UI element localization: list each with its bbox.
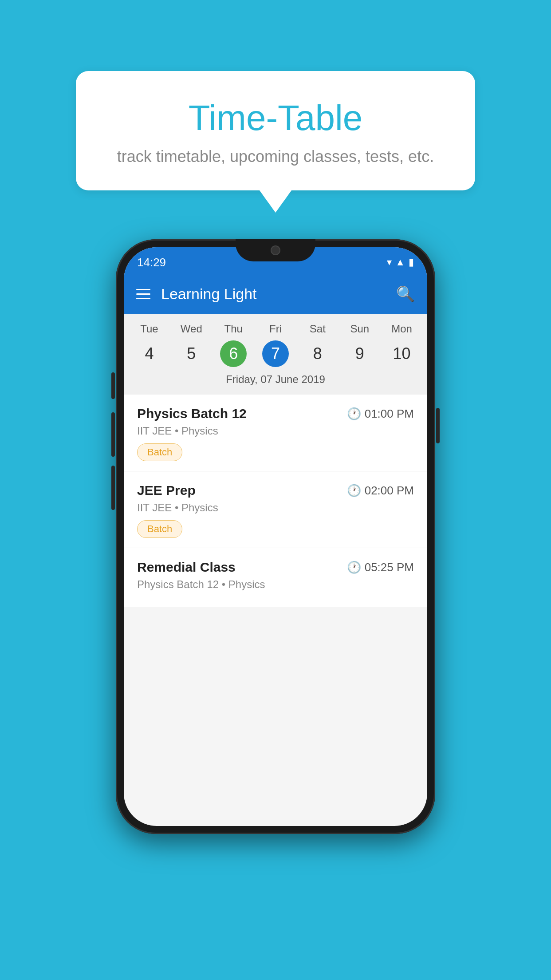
schedule-meta: IIT JEE • Physics xyxy=(137,425,414,437)
tooltip-arrow xyxy=(260,190,291,213)
day-col[interactable]: Mon10 xyxy=(381,323,423,367)
search-icon[interactable]: 🔍 xyxy=(396,285,415,303)
volume-down-button xyxy=(111,466,115,510)
schedule-item-header: Physics Batch 12 🕐 01:00 PM xyxy=(137,406,414,421)
tooltip-wrapper: Time-Table track timetable, upcoming cla… xyxy=(76,71,475,213)
day-number[interactable]: 7 xyxy=(262,340,289,367)
schedule-list: Physics Batch 12 🕐 01:00 PM IIT JEE • Ph… xyxy=(124,395,427,607)
app-title: Learning Light xyxy=(161,285,257,303)
time-value: 02:00 PM xyxy=(365,484,414,498)
day-number[interactable]: 10 xyxy=(389,340,415,367)
wifi-icon: ▾ xyxy=(387,257,392,268)
day-name: Sat xyxy=(310,323,326,335)
time-value: 01:00 PM xyxy=(365,407,414,421)
schedule-item[interactable]: Physics Batch 12 🕐 01:00 PM IIT JEE • Ph… xyxy=(124,395,427,471)
day-col[interactable]: Fri7 xyxy=(255,323,297,367)
app-bar-left: Learning Light xyxy=(136,285,257,303)
status-time: 14:29 xyxy=(137,256,166,269)
time-value: 05:25 PM xyxy=(365,561,414,574)
clock-icon: 🕐 xyxy=(347,484,361,498)
clock-icon: 🕐 xyxy=(347,561,361,574)
status-icons: ▾ ▲ ▮ xyxy=(387,257,414,268)
camera xyxy=(271,245,280,255)
day-number[interactable]: 4 xyxy=(136,340,162,367)
schedule-time: 🕐 02:00 PM xyxy=(347,484,414,498)
app-bar: Learning Light 🔍 xyxy=(124,274,427,314)
hamburger-menu[interactable] xyxy=(136,289,150,299)
screen: 14:29 ▾ ▲ ▮ Learning Light 🔍 xyxy=(124,247,427,826)
power-button xyxy=(436,408,440,443)
day-col[interactable]: Sat8 xyxy=(296,323,338,367)
schedule-item-title: Physics Batch 12 xyxy=(137,406,247,421)
day-col[interactable]: Tue4 xyxy=(128,323,170,367)
schedule-item[interactable]: Remedial Class 🕐 05:25 PM Physics Batch … xyxy=(124,548,427,607)
batch-badge: Batch xyxy=(137,520,182,538)
phone-outer: 14:29 ▾ ▲ ▮ Learning Light 🔍 xyxy=(116,239,435,834)
day-col[interactable]: Wed5 xyxy=(170,323,213,367)
schedule-item[interactable]: JEE Prep 🕐 02:00 PM IIT JEE • Physics Ba… xyxy=(124,471,427,548)
day-name: Tue xyxy=(140,323,158,335)
day-name: Wed xyxy=(181,323,202,335)
day-number[interactable]: 9 xyxy=(346,340,373,367)
day-name: Thu xyxy=(224,323,242,335)
mute-button xyxy=(111,372,115,399)
selected-date-label: Friday, 07 June 2019 xyxy=(124,367,427,390)
notch xyxy=(236,239,315,261)
schedule-item-title: JEE Prep xyxy=(137,483,196,498)
battery-icon: ▮ xyxy=(409,257,414,268)
hamburger-line-3 xyxy=(136,298,150,299)
tooltip-title: Time-Table xyxy=(111,98,440,138)
days-row: Tue4Wed5Thu6Fri7Sat8Sun9Mon10 xyxy=(124,323,427,367)
day-number[interactable]: 6 xyxy=(220,340,247,367)
volume-up-button xyxy=(111,412,115,457)
clock-icon: 🕐 xyxy=(347,407,361,421)
tooltip-box: Time-Table track timetable, upcoming cla… xyxy=(76,71,475,190)
day-number[interactable]: 5 xyxy=(178,340,205,367)
hamburger-line-2 xyxy=(136,293,150,295)
schedule-time: 🕐 01:00 PM xyxy=(347,407,414,421)
day-number[interactable]: 8 xyxy=(304,340,331,367)
hamburger-line-1 xyxy=(136,289,150,290)
phone: 14:29 ▾ ▲ ▮ Learning Light 🔍 xyxy=(116,239,435,816)
signal-icon: ▲ xyxy=(395,257,405,268)
day-name: Fri xyxy=(269,323,282,335)
calendar-strip: Tue4Wed5Thu6Fri7Sat8Sun9Mon10 Friday, 07… xyxy=(124,314,427,395)
schedule-item-header: JEE Prep 🕐 02:00 PM xyxy=(137,483,414,498)
schedule-meta: Physics Batch 12 • Physics xyxy=(137,578,414,591)
schedule-item-header: Remedial Class 🕐 05:25 PM xyxy=(137,560,414,575)
day-col[interactable]: Sun9 xyxy=(338,323,381,367)
schedule-meta: IIT JEE • Physics xyxy=(137,502,414,514)
schedule-item-title: Remedial Class xyxy=(137,560,236,575)
batch-badge: Batch xyxy=(137,443,182,461)
schedule-time: 🕐 05:25 PM xyxy=(347,561,414,574)
day-name: Sun xyxy=(350,323,369,335)
day-col[interactable]: Thu6 xyxy=(213,323,255,367)
day-name: Mon xyxy=(391,323,412,335)
tooltip-subtitle: track timetable, upcoming classes, tests… xyxy=(111,147,440,166)
